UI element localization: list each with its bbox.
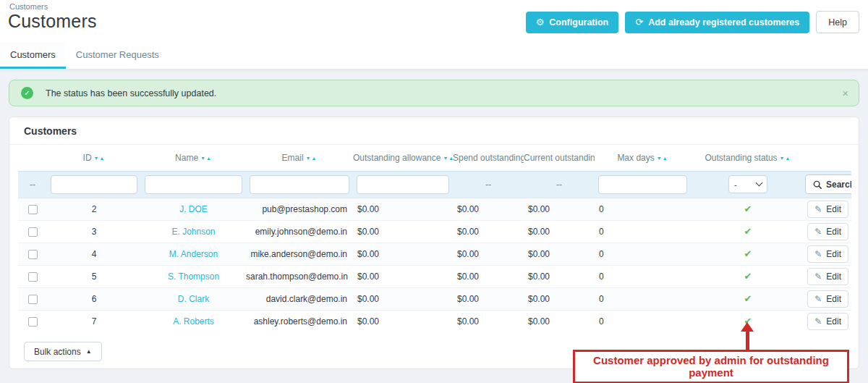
sort-desc-icon: ▼ — [306, 156, 312, 161]
tab-bar: Customers Customer Requests — [0, 42, 868, 70]
filter-max-days-input[interactable] — [598, 175, 687, 194]
spend-outstanding-value: $0.00 — [453, 198, 524, 220]
header-outstanding-status[interactable]: Outstanding status▼▲ — [691, 145, 805, 171]
edit-button[interactable]: ✎Edit — [807, 268, 848, 285]
sort-icons[interactable]: ▼▲ — [780, 156, 791, 161]
customer-name-link[interactable]: E. Johnson — [171, 227, 215, 237]
outstanding-allowance-value: $0.00 — [353, 265, 453, 287]
pencil-icon: ✎ — [814, 272, 822, 282]
configuration-button[interactable]: ⚙ Configuration — [526, 12, 619, 33]
max-days-value: 0 — [595, 287, 691, 310]
customer-id: 6 — [47, 287, 141, 310]
row-checkbox[interactable] — [28, 250, 38, 259]
customer-id: 4 — [47, 243, 141, 265]
current-outstanding-value: $0.00 — [524, 220, 595, 243]
add-registered-customers-button[interactable]: ⟳ Add already registered customeres — [625, 12, 809, 33]
pencil-icon: ✎ — [814, 227, 822, 237]
filter-outstanding-status-select[interactable]: - — [728, 175, 767, 193]
sort-desc-icon: ▼ — [657, 156, 663, 161]
edit-button[interactable]: ✎Edit — [807, 290, 848, 308]
customer-id: 2 — [47, 198, 141, 220]
customer-name-link[interactable]: D. Clark — [178, 294, 209, 304]
page-title: Customers — [8, 11, 97, 32]
customer-name-link[interactable]: A. Roberts — [173, 316, 214, 327]
status-approved-check-icon[interactable]: ✔ — [744, 248, 752, 259]
edit-button-label: Edit — [826, 272, 841, 282]
sort-icons[interactable]: ▼▲ — [443, 156, 453, 161]
sort-icons[interactable]: ▼▲ — [94, 156, 106, 161]
configuration-button-label: Configuration — [549, 17, 608, 28]
edit-button[interactable]: ✎Edit — [807, 313, 848, 330]
panel-title: Customers — [9, 117, 859, 145]
status-approved-check-icon[interactable]: ✔ — [744, 226, 752, 237]
spend-outstanding-value: $0.00 — [453, 243, 524, 265]
add-registered-customers-label: Add already registered customeres — [648, 17, 799, 28]
edit-button[interactable]: ✎Edit — [807, 223, 848, 240]
customer-email: pub@prestashop.com — [246, 198, 353, 220]
filter-status-selected-value: - — [734, 180, 737, 189]
success-alert-message: The status has been successfully updated… — [46, 88, 216, 98]
success-alert: ✓ The status has been successfully updat… — [9, 80, 859, 106]
customer-name-link[interactable]: S. Thompson — [168, 272, 219, 282]
tab-customer-requests[interactable]: Customer Requests — [66, 42, 169, 69]
row-checkbox[interactable] — [28, 227, 38, 237]
customer-name-link[interactable]: M. Anderson — [169, 249, 218, 259]
current-outstanding-value: $0.00 — [524, 265, 595, 287]
row-checkbox[interactable] — [28, 295, 38, 304]
outstanding-allowance-value: $0.00 — [353, 243, 453, 265]
customer-name-link[interactable]: J. DOE — [179, 204, 208, 214]
spend-outstanding-value: $0.00 — [453, 287, 524, 310]
sort-icons[interactable]: ▼▲ — [200, 156, 212, 161]
status-approved-check-icon[interactable]: ✔ — [744, 203, 752, 214]
top-header: Customers Customers ⚙ Configuration ⟳ Ad… — [0, 0, 868, 42]
max-days-value: 0 — [595, 198, 691, 220]
filter-name-input[interactable] — [145, 175, 242, 194]
spend-outstanding-value: $0.00 — [453, 310, 524, 332]
bulk-actions-button[interactable]: Bulk actions ▲ — [24, 342, 102, 361]
status-approved-check-icon[interactable]: ✔ — [744, 293, 752, 304]
sort-desc-icon: ▼ — [780, 156, 786, 161]
edit-button-label: Edit — [826, 204, 841, 214]
sort-asc-icon: ▲ — [100, 156, 106, 161]
edit-button-label: Edit — [826, 249, 841, 259]
customers-table: ID▼▲ Name▼▲ Email▼▲ Outstanding allowanc… — [18, 145, 851, 332]
filter-id-input[interactable] — [51, 175, 137, 194]
caret-up-icon: ▲ — [86, 348, 92, 355]
filter-outstanding-allowance-input[interactable] — [357, 175, 449, 194]
breadcrumb: Customers — [9, 2, 48, 11]
row-checkbox[interactable] — [28, 205, 38, 214]
row-checkbox[interactable] — [28, 272, 38, 282]
sort-desc-icon: ▼ — [200, 156, 206, 161]
outstanding-allowance-value: $0.00 — [353, 198, 453, 220]
help-button[interactable]: Help — [816, 11, 859, 33]
customer-email: mike.anderson@demo.in — [246, 243, 353, 265]
header-max-days[interactable]: Max days▼▲ — [595, 145, 691, 171]
row-checkbox[interactable] — [28, 317, 38, 327]
max-days-value: 0 — [595, 265, 691, 287]
pencil-icon: ✎ — [814, 204, 822, 214]
tab-customers[interactable]: Customers — [0, 42, 66, 69]
status-approved-check-icon[interactable]: ✔ — [744, 271, 752, 282]
spend-outstanding-value: $0.00 — [453, 220, 524, 243]
bulk-actions-label: Bulk actions — [34, 347, 81, 357]
edit-button[interactable]: ✎Edit — [807, 245, 848, 263]
edit-button[interactable]: ✎Edit — [807, 201, 848, 218]
table-row: 4 M. Anderson mike.anderson@demo.in $0.0… — [18, 243, 851, 265]
header-email[interactable]: Email▼▲ — [246, 145, 353, 171]
header-outstanding-allowance[interactable]: Outstanding allowance▼▲ — [353, 145, 453, 171]
sort-icons[interactable]: ▼▲ — [657, 156, 668, 161]
header-name[interactable]: Name▼▲ — [141, 145, 246, 171]
filter-spend-marker: -- — [453, 171, 524, 198]
filter-email-input[interactable] — [250, 175, 349, 194]
alert-close-icon[interactable]: × — [842, 88, 848, 98]
sort-icons[interactable]: ▼▲ — [306, 156, 318, 161]
search-button[interactable]: Search — [805, 174, 851, 194]
header-id[interactable]: ID▼▲ — [47, 145, 141, 171]
customer-email: david.clark@demo.in — [246, 287, 353, 310]
table-row: 6 D. Clark david.clark@demo.in $0.00 $0.… — [18, 287, 851, 310]
refresh-icon: ⟳ — [635, 17, 643, 28]
edit-button-label: Edit — [826, 316, 841, 327]
annotation-arrow-shaft — [746, 331, 749, 350]
chevron-down-icon — [756, 180, 763, 187]
pencil-icon: ✎ — [814, 249, 822, 259]
